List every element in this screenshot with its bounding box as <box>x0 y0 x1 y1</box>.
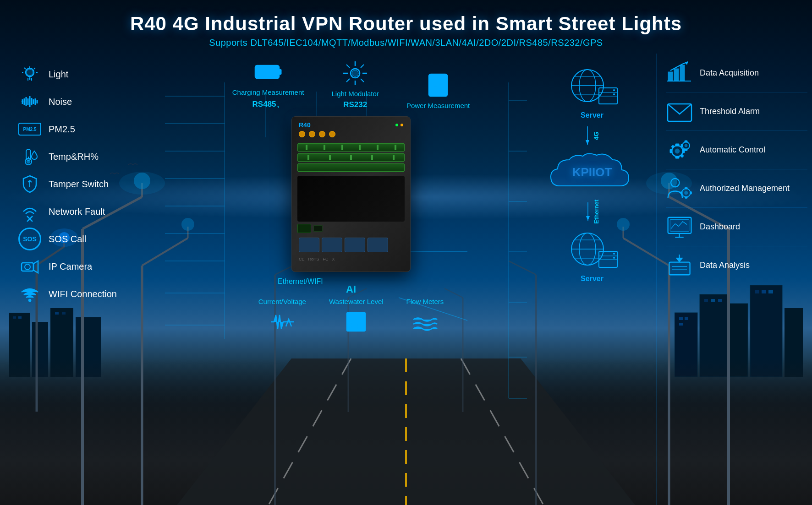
antenna-2 <box>309 131 315 137</box>
svg-rect-143 <box>675 144 679 146</box>
kpiiot-label: KPIIOT <box>572 165 612 179</box>
led-orange <box>401 124 403 126</box>
terminal-pin <box>307 155 309 160</box>
svg-point-87 <box>25 264 30 270</box>
bottom-ai-area: AI Current/Voltage <box>258 283 444 336</box>
led-green <box>395 124 398 126</box>
svg-rect-94 <box>268 67 272 76</box>
svg-rect-147 <box>671 145 675 148</box>
svg-rect-93 <box>263 67 267 76</box>
feature-threshold-label: Threshold Alarm <box>700 107 760 116</box>
sensor-network: Network Fault <box>18 200 174 223</box>
bottom-sensor-flow: Flow Meters <box>406 298 444 336</box>
charging-label: Charging Measurement <box>232 88 304 96</box>
header-section: R40 4G Industrial VPN Router used in Sma… <box>0 0 812 54</box>
svg-point-89 <box>28 299 31 302</box>
usb-port-2 <box>313 225 323 232</box>
sensor-noise-label: Noise <box>49 97 72 107</box>
terminal-row-3 <box>297 163 405 172</box>
terminal-pin <box>324 145 325 150</box>
pm25-icon: PM2.5 <box>18 118 41 141</box>
tamper-icon <box>18 173 41 195</box>
sensor-wifi: WIFI Connection <box>18 282 174 305</box>
svg-line-105 <box>361 79 364 82</box>
light-mod-label: Light Modulator <box>331 90 379 98</box>
svg-marker-167 <box>676 258 683 262</box>
svg-rect-92 <box>258 67 262 76</box>
svg-rect-159 <box>680 191 682 194</box>
svg-point-120 <box>613 93 615 95</box>
page-title: R40 4G Industrial VPN Router used in Sma… <box>18 13 794 35</box>
antenna-3 <box>319 131 325 137</box>
svg-line-62 <box>24 68 26 69</box>
noise-icon <box>18 90 41 113</box>
router-label: R40 <box>299 121 311 129</box>
svg-point-133 <box>613 253 615 255</box>
gears-icon <box>666 137 693 163</box>
charging-sublabel: RS485、 <box>252 99 284 109</box>
sensor-light-label: Light <box>49 69 68 80</box>
sensor-noise: Noise <box>18 90 174 113</box>
router-container: R40 <box>291 114 411 272</box>
svg-point-150 <box>685 144 687 147</box>
eth-port-2 <box>322 238 342 252</box>
svg-marker-88 <box>33 261 38 273</box>
server-top-label: Server <box>581 111 604 119</box>
feature-auth-mgmt-label: Authorized Management <box>700 184 790 193</box>
svg-point-142 <box>675 149 680 153</box>
light-icon <box>18 63 41 86</box>
svg-rect-165 <box>669 262 690 275</box>
svg-point-97 <box>352 70 358 76</box>
monitor-icon <box>666 214 693 239</box>
wastewater-icon <box>342 308 370 336</box>
svg-point-66 <box>27 69 33 76</box>
sensor-tamper: Tamper Switch <box>18 173 174 195</box>
server-top: Server <box>565 63 620 119</box>
left-sensors-panel: Light <box>0 54 183 505</box>
current-icon <box>269 308 296 336</box>
svg-rect-145 <box>670 149 672 153</box>
center-sensor-light-mod: Light Modulator RS232 <box>331 60 379 109</box>
antenna-4 <box>329 131 335 137</box>
download-box-icon <box>666 253 693 278</box>
svg-marker-122 <box>586 140 589 145</box>
terminal-pin <box>359 145 361 150</box>
terminal-block-3 <box>297 163 405 172</box>
feature-data-acq-label: Data Acquisition <box>700 68 759 78</box>
sensor-network-label: Network Fault <box>49 206 105 217</box>
feature-dashboard: Dashboard <box>666 214 807 239</box>
svg-rect-144 <box>675 156 679 158</box>
terminal-pin <box>341 145 343 150</box>
terminal-pin <box>377 145 379 150</box>
server-bottom: Server <box>565 226 620 283</box>
feature-data-analysis-label: Data Analysis <box>700 261 750 270</box>
sensor-pm25: PM2.5 PM2.5 <box>18 118 174 141</box>
user-gear-icon <box>666 176 693 201</box>
wastewater-label: Wastewater Level <box>329 298 384 305</box>
sensor-sos-label: SOS Call <box>49 234 86 244</box>
svg-point-156 <box>685 191 688 195</box>
bottom-sensors-row: Current/Voltage Wastewater Level <box>258 298 444 336</box>
eth-port-3 <box>345 238 365 252</box>
server-bottom-label: Server <box>581 275 604 283</box>
terminal-pin <box>393 155 395 160</box>
connection-4g-label: 4G <box>593 131 600 140</box>
current-label: Current/Voltage <box>258 298 306 305</box>
divider-3 <box>666 169 807 169</box>
page-subtitle: Supports DLT645/IEC104/MQTT/Modbus/WIFI/… <box>18 38 794 48</box>
sensor-ipcam: IP Camera <box>18 255 174 278</box>
svg-line-63 <box>34 68 35 69</box>
eth-port-1 <box>299 238 319 252</box>
router-indicators <box>395 124 403 126</box>
svg-line-104 <box>346 79 350 82</box>
kpiiot-cloud: KPIIOT <box>546 147 638 197</box>
router-device: R40 <box>291 116 411 272</box>
bottom-sensor-current: Current/Voltage <box>258 298 306 336</box>
center-top-sensors: Charging Measurement RS485、 <box>232 54 470 109</box>
svg-rect-91 <box>279 69 281 75</box>
sensor-tamper-label: Tamper Switch <box>49 179 109 190</box>
sos-icon: SOS <box>18 228 41 250</box>
wifi-icon <box>18 282 41 305</box>
ipcam-icon <box>18 255 41 278</box>
antenna-1 <box>299 131 305 137</box>
